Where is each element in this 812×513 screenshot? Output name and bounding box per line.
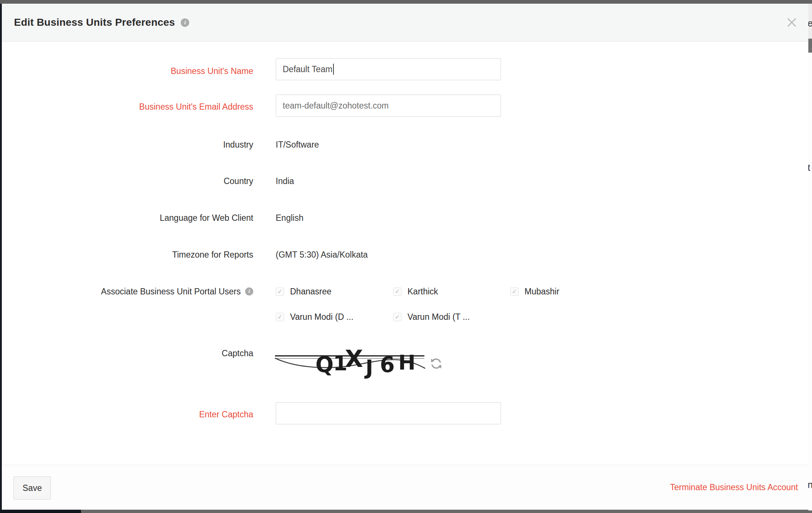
business-unit-email-label: Business Unit's Email Address — [2, 101, 253, 112]
captcha-label: Captcha — [2, 348, 253, 359]
row-business-unit-email: Business Unit's Email Address — [2, 95, 808, 117]
portal-user-checkbox[interactable]: ✓ Dhanasree — [276, 286, 332, 297]
business-unit-email-input[interactable] — [276, 95, 501, 117]
captcha-text: Q1XJ6H — [315, 347, 416, 379]
timezone-label: Timezone for Reports — [2, 249, 253, 260]
row-associate-portal-users: Associate Business Unit Portal Users i ✓… — [2, 286, 808, 330]
portal-user-checkbox[interactable]: ✓ Varun Modi (D ... — [276, 311, 353, 322]
backdrop-bottom-bar — [0, 510, 812, 513]
dialog-header: Edit Business Units Preferences i — [2, 4, 808, 42]
dialog-title: Edit Business Units Preferences — [14, 17, 175, 28]
checkbox-checked-icon: ✓ — [510, 287, 519, 296]
portal-user-checkbox[interactable]: ✓ Mubashir — [510, 286, 559, 297]
backdrop-top-bar — [0, 0, 812, 4]
clipped-text-fragment: e — [808, 18, 812, 29]
dialog-footer: Save Terminate Business Units Account — [2, 465, 808, 510]
industry-value: IT/Software — [276, 140, 319, 149]
refresh-captcha-icon[interactable] — [430, 357, 443, 372]
associate-info-icon[interactable]: i — [245, 287, 253, 296]
enter-captcha-label: Enter Captcha — [2, 409, 253, 420]
captcha-image: Q1XJ6H — [274, 347, 427, 379]
terminate-business-units-account-link[interactable]: Terminate Business Units Account — [670, 482, 798, 492]
checkbox-checked-icon: ✓ — [393, 287, 402, 296]
portal-user-checkbox[interactable]: ✓ Karthick — [393, 286, 438, 297]
portal-user-checkbox[interactable]: ✓ Varun Modi (T ... — [393, 311, 470, 322]
row-enter-captcha: Enter Captcha — [2, 402, 808, 424]
country-value: India — [276, 176, 294, 186]
text-cursor — [333, 64, 334, 75]
business-unit-name-input[interactable]: Default Team — [276, 58, 501, 80]
checkbox-checked-icon: ✓ — [276, 313, 284, 321]
checkbox-checked-icon: ✓ — [393, 313, 402, 321]
backdrop-bottom-grey-segment — [81, 510, 812, 513]
associate-portal-users-label: Associate Business Unit Portal Users — [101, 286, 241, 297]
language-label: Language for Web Client — [2, 212, 253, 223]
edit-business-units-preferences-dialog: Edit Business Units Preferences i Busine… — [2, 4, 808, 510]
backdrop-sliver-divider — [808, 39, 812, 53]
title-info-icon[interactable]: i — [181, 18, 189, 27]
backdrop-right-page-sliver: e t nt — [808, 4, 812, 510]
business-unit-name-label: Business Unit's Name — [2, 66, 253, 77]
clipped-text-fragment: t — [808, 162, 810, 173]
close-icon[interactable] — [786, 17, 797, 28]
associate-portal-users-label-wrap: Associate Business Unit Portal Users i — [2, 286, 253, 297]
checkbox-checked-icon: ✓ — [276, 287, 284, 296]
row-captcha: Captcha Q1XJ6H — [2, 347, 808, 380]
row-business-unit-name: Business Unit's Name Default Team — [2, 58, 808, 80]
backdrop-bottom-dark-segment — [0, 510, 81, 513]
language-value: English — [276, 213, 303, 223]
clipped-text-fragment: nt — [808, 479, 812, 491]
business-unit-name-value: Default Team — [283, 64, 332, 74]
country-label: Country — [2, 176, 253, 187]
save-button[interactable]: Save — [14, 477, 51, 499]
backdrop-left-sidebar-sliver — [0, 4, 2, 510]
industry-label: Industry — [2, 139, 253, 150]
enter-captcha-input[interactable] — [276, 402, 501, 424]
timezone-value: (GMT 5:30) Asia/Kolkata — [276, 250, 368, 259]
